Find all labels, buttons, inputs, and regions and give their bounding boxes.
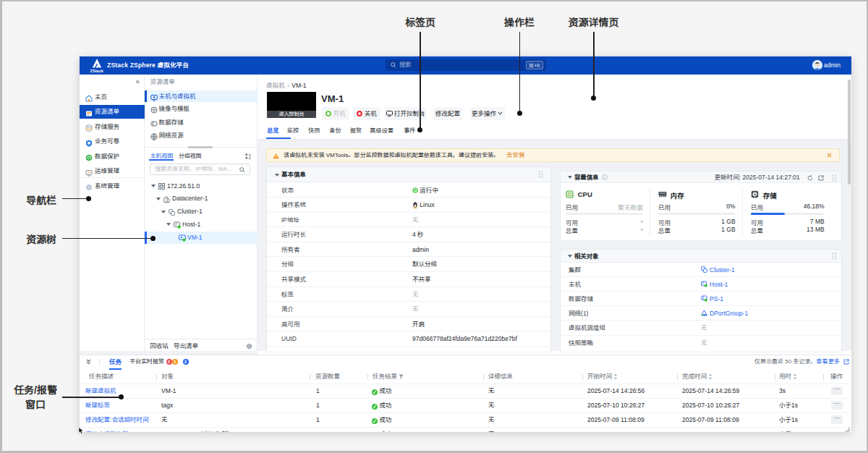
svg-text:ZStack: ZStack <box>90 69 103 73</box>
